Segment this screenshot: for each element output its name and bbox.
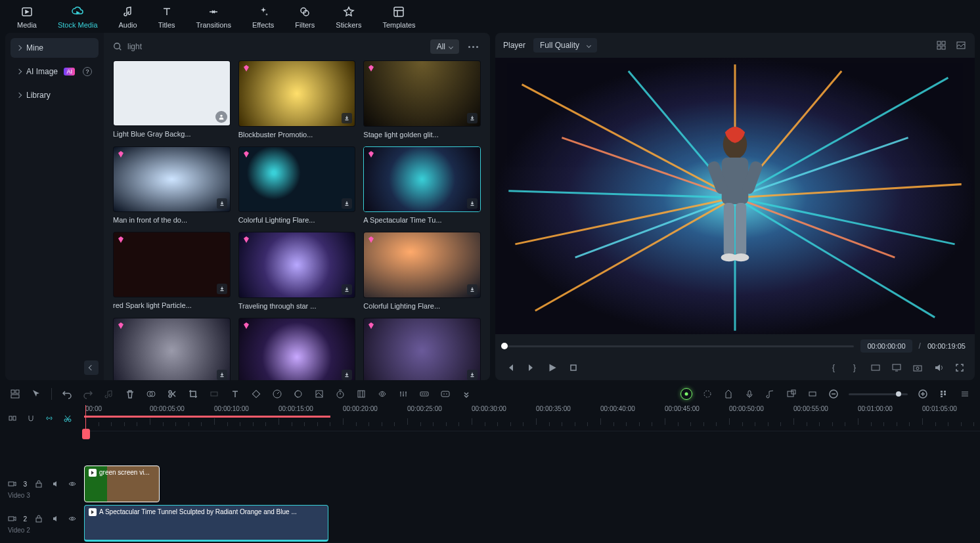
download-icon[interactable] [217, 370, 227, 380]
download-icon[interactable] [467, 370, 478, 380]
help-icon[interactable]: ? [83, 67, 92, 76]
media-card[interactable]: Traveling through star ... [238, 232, 356, 310]
quality-dropdown[interactable]: Full Quality [533, 38, 597, 53]
music-button[interactable] [103, 388, 115, 400]
caption-button[interactable] [418, 388, 430, 400]
cut-mode-button[interactable] [62, 412, 74, 424]
download-icon[interactable] [467, 284, 478, 295]
progress-thumb[interactable] [501, 343, 508, 349]
marker-button[interactable] [723, 388, 734, 400]
media-card[interactable]: Colorful Lighting Flare... [363, 232, 481, 310]
prev-frame-button[interactable] [504, 362, 516, 374]
media-card[interactable]: Colorful Lighting Flare... [238, 146, 356, 225]
search-input[interactable]: light [113, 42, 424, 51]
keyframe-button[interactable] [250, 388, 262, 400]
nav-transitions[interactable]: Transitions [192, 4, 235, 30]
export-frame-button[interactable] [786, 388, 797, 400]
view-options-button[interactable] [938, 388, 950, 400]
media-card[interactable]: Logo Reveal Backgrou... [238, 318, 356, 381]
zoom-out-button[interactable] [828, 388, 839, 400]
sidebar-item-library[interactable]: Library [11, 85, 99, 105]
collapse-sidebar-button[interactable] [84, 360, 99, 375]
blank-button[interactable] [208, 388, 220, 400]
record-button[interactable] [744, 388, 755, 400]
motion-button[interactable] [376, 388, 388, 400]
delete-button[interactable] [124, 388, 136, 400]
track-row-video3[interactable]: green screen vi... [84, 464, 980, 504]
media-card[interactable]: A Spectacular Time Tu... [363, 146, 481, 225]
color-button[interactable] [292, 388, 304, 400]
mute-button[interactable] [51, 513, 61, 525]
visibility-button[interactable] [67, 478, 78, 490]
redo-button[interactable] [82, 388, 94, 400]
settings-button[interactable] [959, 388, 971, 400]
zoom-in-button[interactable] [917, 388, 929, 400]
nav-effects[interactable]: Effects [248, 4, 278, 30]
subtitle-button[interactable] [439, 388, 451, 400]
nav-filters[interactable]: Filters [291, 4, 319, 30]
snap-button[interactable] [807, 388, 818, 400]
download-icon[interactable] [467, 113, 478, 123]
download-icon[interactable] [342, 370, 352, 380]
ratio-button[interactable] [870, 362, 881, 374]
track-button[interactable] [355, 388, 367, 400]
timeline-ruler[interactable]: 00:0000:00:05:0000:00:10:0000:00:15:0000… [84, 405, 980, 431]
download-icon[interactable] [342, 113, 352, 123]
more-options-button[interactable] [466, 43, 481, 51]
download-icon[interactable] [467, 198, 478, 209]
volume-button[interactable] [933, 362, 945, 374]
playhead[interactable] [85, 405, 86, 431]
snapshot-button[interactable] [912, 362, 924, 374]
media-card[interactable]: Man in front of the do... [113, 146, 231, 225]
timer-button[interactable] [334, 388, 346, 400]
download-icon[interactable] [217, 198, 227, 209]
speed-button[interactable] [271, 388, 283, 400]
lock-button[interactable] [33, 478, 44, 490]
more-tools-button[interactable] [460, 388, 472, 400]
clip-green-screen[interactable]: green screen vi... [84, 466, 160, 502]
current-timecode[interactable]: 00:00:00:00 [860, 339, 912, 353]
stop-button[interactable] [568, 362, 579, 374]
split-button[interactable] [166, 388, 178, 400]
display-button[interactable] [891, 362, 902, 374]
play-forward-button[interactable] [525, 362, 537, 374]
nav-templates[interactable]: Templates [378, 4, 419, 30]
audio-mix-button[interactable] [765, 388, 776, 400]
media-card[interactable]: Stage light golden glit... [363, 60, 481, 139]
zoom-slider[interactable] [849, 393, 908, 395]
track-row-video2[interactable]: A Spectacular Time Tunnel Sculpted by Ra… [84, 504, 980, 543]
media-card[interactable]: red Spark light Particle... [113, 232, 231, 310]
visibility-button[interactable] [67, 513, 78, 525]
text-button[interactable] [229, 388, 241, 400]
mark-out-button[interactable]: } [849, 362, 860, 374]
nav-media[interactable]: Media [13, 4, 41, 30]
mark-in-button[interactable]: { [828, 362, 839, 374]
download-icon[interactable] [342, 198, 352, 209]
play-button[interactable] [546, 362, 558, 374]
fullscreen-button[interactable] [954, 362, 966, 374]
media-card[interactable]: Hyperspace jump into... [363, 318, 481, 381]
lock-button[interactable] [33, 513, 44, 525]
download-icon[interactable] [342, 284, 352, 295]
nav-titles[interactable]: Titles [154, 4, 179, 30]
render-button[interactable] [702, 388, 713, 400]
download-icon[interactable] [217, 284, 227, 294]
grid-view-icon[interactable] [935, 39, 947, 51]
ai-tools-button[interactable] [680, 388, 692, 400]
media-card[interactable]: Light Blue Gray Backg... [113, 60, 231, 139]
media-card[interactable]: Camera on spaceship ... [113, 318, 231, 381]
player-viewport[interactable] [495, 58, 975, 334]
sidebar-item-ai-image[interactable]: AI Image AI ? [11, 62, 99, 81]
undo-button[interactable] [61, 388, 73, 400]
media-card[interactable]: Blockbuster Promotio... [238, 60, 356, 139]
link-tracks-button[interactable] [7, 412, 18, 424]
nav-audio[interactable]: Audio [115, 4, 141, 30]
magnet-button[interactable] [25, 412, 37, 424]
layout-button[interactable] [9, 388, 21, 400]
mask-button[interactable] [145, 388, 157, 400]
nav-stock-media[interactable]: Stock Media [54, 4, 102, 30]
tracks-area[interactable]: green screen vi... A Spectacular Time Tu… [84, 431, 980, 543]
mute-button[interactable] [51, 478, 61, 490]
chroma-button[interactable] [313, 388, 325, 400]
picture-icon[interactable] [955, 39, 967, 51]
